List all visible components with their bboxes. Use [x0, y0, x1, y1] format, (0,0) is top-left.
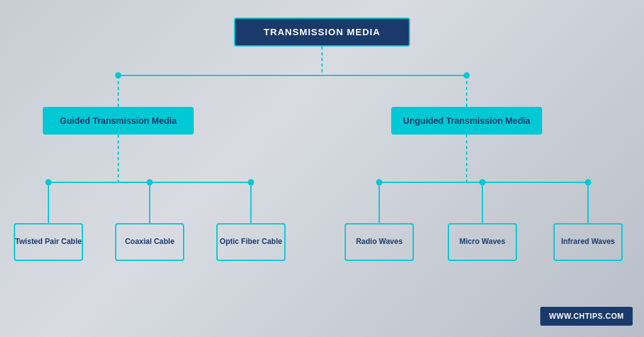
radio-waves-node: Radio Waves [345, 223, 414, 261]
svg-point-10 [248, 179, 254, 185]
twisted-pair-node: Twisted Pair Cable [14, 223, 83, 261]
watermark: WWW.CHTIPS.COM [540, 307, 633, 326]
svg-point-9 [147, 179, 153, 185]
root-node: TRANSMISSION MEDIA [234, 18, 410, 47]
micro-waves-node: Micro Waves [448, 223, 517, 261]
connector-lines [0, 0, 644, 337]
unguided-node: Unguided Transmission Media [391, 107, 542, 135]
svg-point-8 [45, 179, 52, 185]
svg-point-18 [585, 179, 591, 185]
optic-fiber-node: Optic Fiber Cable [216, 223, 286, 261]
svg-point-17 [479, 179, 486, 185]
svg-point-3 [464, 72, 470, 79]
infrared-waves-node: Infrared Waves [553, 223, 623, 261]
coaxial-node: Coaxial Cable [115, 223, 184, 261]
guided-node: Guided Transmission Media [43, 107, 194, 135]
svg-point-2 [115, 72, 121, 79]
diagram-container: TRANSMISSION MEDIA Guided Transmission M… [0, 0, 644, 337]
svg-point-16 [376, 179, 382, 185]
